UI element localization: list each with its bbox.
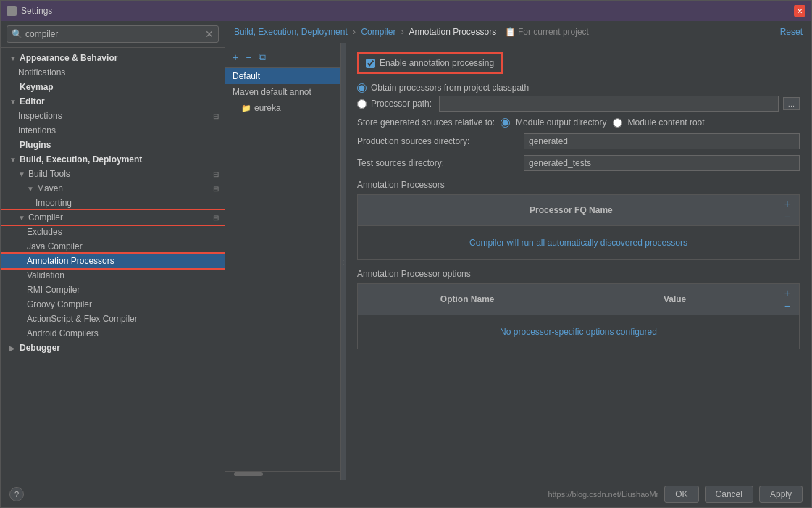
add-processor-button[interactable]: +: [782, 198, 793, 209]
sidebar-item-compiler[interactable]: ▼ Compiler ⊟: [1, 210, 225, 225]
module-content-label: Module content root: [628, 117, 705, 128]
remove-processor-button[interactable]: −: [782, 211, 793, 222]
settings-icon: ⊟: [213, 170, 219, 178]
browse-button[interactable]: ...: [783, 97, 800, 110]
sidebar-item-label: Excludes: [27, 227, 62, 237]
sidebar-item-groovy-compiler[interactable]: Groovy Compiler: [1, 297, 225, 312]
search-input[interactable]: [25, 29, 205, 39]
sidebar-item-annotation-processors[interactable]: Annotation Processors: [1, 254, 225, 268]
sidebar-item-java-compiler[interactable]: Java Compiler: [1, 239, 225, 254]
option-name-header: Option Name: [364, 294, 571, 304]
expand-arrow: ▼: [27, 185, 34, 193]
help-button[interactable]: ?: [9, 487, 24, 501]
sidebar-item-keymap[interactable]: Keymap: [1, 80, 225, 94]
sidebar-item-plugins[interactable]: Plugins: [1, 138, 225, 152]
sidebar-item-label: Build Tools: [28, 169, 70, 179]
annotation-processors-header: Processor FQ Name + −: [358, 195, 799, 226]
processor-path-label: Processor path:: [371, 99, 432, 109]
sidebar-item-editor[interactable]: ▼ Editor: [1, 94, 225, 109]
sidebar-item-maven[interactable]: ▼ Maven ⊟: [1, 181, 225, 196]
profile-label: Maven default annot: [233, 87, 311, 97]
remove-option-button[interactable]: −: [782, 300, 793, 312]
breadcrumb-current: Annotation Processors: [409, 27, 496, 37]
test-sources-label: Test sources directory:: [357, 158, 524, 168]
enable-annotation-processing-box: Enable annotation processing: [357, 52, 503, 74]
sidebar-item-rmi-compiler[interactable]: RMI Compiler: [1, 283, 225, 297]
sidebar-item-validation[interactable]: Validation: [1, 268, 225, 283]
enable-annotation-processing-label: Enable annotation processing: [380, 58, 494, 68]
production-sources-label: Production sources directory:: [357, 136, 524, 146]
breadcrumb-part-2[interactable]: Compiler: [361, 27, 395, 37]
annotation-options-empty: No processor-specific options configured: [358, 315, 799, 349]
breadcrumb-sep-2: ›: [401, 27, 404, 37]
folder-icon: 📁: [241, 104, 251, 113]
annotation-options-header: Option Name Value + −: [358, 284, 799, 315]
profile-label: eureka: [254, 103, 281, 113]
production-sources-input[interactable]: [524, 133, 800, 149]
add-profile-button[interactable]: +: [230, 50, 241, 64]
breadcrumb-part-1[interactable]: Build, Execution, Deployment: [234, 27, 348, 37]
sidebar-item-notifications[interactable]: Notifications: [1, 65, 225, 80]
sidebar-item-actionscript-compiler[interactable]: ActionScript & Flex Compiler: [1, 312, 225, 326]
module-output-radio[interactable]: [501, 118, 510, 128]
remove-profile-button[interactable]: −: [243, 50, 254, 64]
profile-label: Default: [233, 71, 260, 81]
sidebar-item-label: Android Compilers: [27, 328, 99, 338]
panel-content: + − ⧉ Default Maven default annot 📁 eure…: [225, 43, 811, 480]
profile-item-default[interactable]: Default: [225, 68, 340, 84]
copy-profile-button[interactable]: ⧉: [256, 49, 269, 64]
settings-icon: ⊟: [213, 214, 219, 222]
expand-arrow: ▼: [18, 170, 25, 178]
sidebar-item-label: Debugger: [20, 343, 60, 353]
profile-item-eureka[interactable]: 📁 eureka: [225, 100, 340, 116]
sidebar-item-build-execution[interactable]: ▼ Build, Execution, Deployment: [1, 152, 225, 167]
sidebar-item-label: Keymap: [20, 82, 54, 92]
breadcrumb-bar: Build, Execution, Deployment › Compiler …: [225, 21, 811, 43]
add-option-button[interactable]: +: [782, 287, 793, 299]
sidebar-item-appearance[interactable]: ▼ Appearance & Behavior: [1, 51, 225, 65]
sidebar-item-label: RMI Compiler: [27, 285, 80, 295]
title-bar: Settings ✕: [1, 1, 811, 21]
sidebar-item-excludes[interactable]: Excludes: [1, 225, 225, 239]
annotation-processors-section-title: Annotation Processors: [357, 180, 800, 190]
ok-button[interactable]: OK: [664, 486, 698, 503]
sidebar-item-inspections[interactable]: Inspections ⊟: [1, 109, 225, 123]
module-content-radio[interactable]: [613, 118, 622, 128]
enable-annotation-processing-checkbox[interactable]: [366, 59, 375, 68]
scroll-thumb: [234, 472, 263, 476]
cancel-button[interactable]: Cancel: [705, 486, 753, 503]
expand-arrow: ▼: [9, 98, 17, 106]
store-generated-label: Store generated sources relative to:: [357, 117, 495, 128]
scrollbar[interactable]: [225, 471, 340, 477]
options-actions: + −: [782, 287, 793, 312]
sidebar-item-debugger[interactable]: ▶ Debugger: [1, 341, 225, 355]
sidebar-item-android-compilers[interactable]: Android Compilers: [1, 326, 225, 341]
sidebar-item-intentions[interactable]: Intentions: [1, 123, 225, 138]
sidebar-item-build-tools[interactable]: ▼ Build Tools ⊟: [1, 167, 225, 181]
profile-list: + − ⧉ Default Maven default annot 📁 eure…: [225, 43, 341, 480]
search-clear-icon[interactable]: ✕: [205, 28, 214, 40]
profile-list-bottom: [225, 471, 340, 477]
profile-item-maven-default[interactable]: Maven default annot: [225, 84, 340, 100]
expand-arrow: ▼: [18, 214, 25, 222]
obtain-classpath-label: Obtain processors from project classpath: [371, 83, 529, 93]
obtain-classpath-radio[interactable]: [357, 83, 367, 93]
apply-button[interactable]: Apply: [759, 486, 803, 503]
sidebar-item-label: Validation: [27, 270, 64, 280]
scope-icon: 📋: [505, 27, 516, 37]
sidebar-item-label: Maven: [37, 183, 63, 193]
settings-area: Enable annotation processing Obtain proc…: [346, 43, 811, 480]
reset-button[interactable]: Reset: [780, 27, 803, 37]
option-value-header: Value: [571, 294, 778, 304]
breadcrumb-sep-1: ›: [353, 27, 356, 37]
processor-path-radio[interactable]: [357, 99, 367, 109]
processor-path-input[interactable]: [439, 96, 779, 112]
table-header-actions: + −: [782, 198, 793, 222]
sidebar-item-label: Intentions: [18, 125, 56, 136]
close-button[interactable]: ✕: [794, 5, 805, 17]
sidebar-item-importing[interactable]: Importing: [1, 196, 225, 210]
test-sources-input[interactable]: [524, 155, 800, 171]
main-content: 🔍 ✕ ▼ Appearance & Behavior Notification…: [1, 21, 811, 480]
search-box: 🔍 ✕: [1, 21, 225, 48]
bottom-bar: ? https://blog.csdn.net/LiushaoMr OK Can…: [1, 480, 811, 507]
